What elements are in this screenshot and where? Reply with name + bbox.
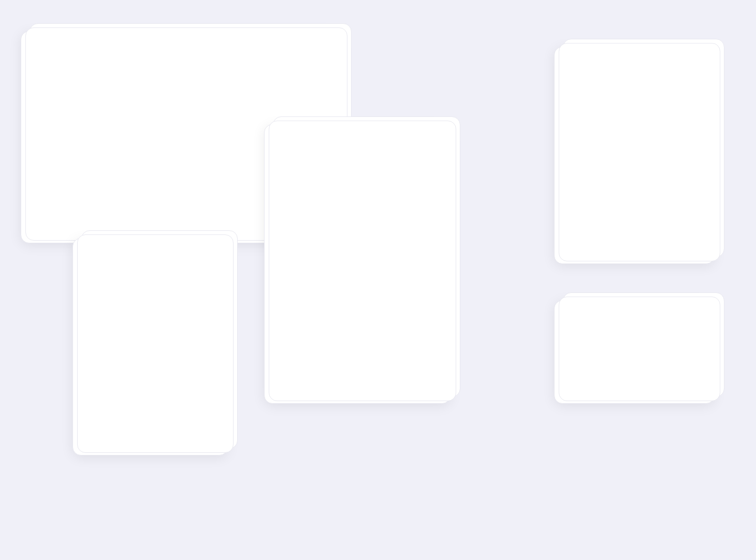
svg-point-7: [202, 154, 207, 158]
donut-label: €80.00: [381, 208, 414, 218]
tooltip-value: €480.00: [194, 134, 215, 140]
svg-point-11: [318, 178, 396, 255]
top-product-card: Top Product Based on sales 🕶️ Sunglasses…: [72, 238, 228, 455]
total-badge: 10% ↑: [63, 80, 80, 87]
cat-dot-bag: [277, 342, 281, 346]
target-message: Hooray you managed to earn €7,500 today,…: [567, 157, 702, 176]
donut-sub: 10% ↑ +150 today: [332, 219, 382, 227]
revenue-small-sub: 10% ↑ +€3,740 today: [565, 343, 704, 350]
product-info-4: Women's Shorts 1,472 Sales: [108, 396, 184, 410]
category-item-shoes: Shoes €2,653 8% ↑: [277, 321, 438, 336]
cat-value-shirt: €4,172: [400, 295, 421, 303]
revenue-small-value: €127,743: [565, 325, 704, 341]
revenue-small-card: Revenue €127,743 10% ↑ +€3,740 today: [554, 300, 715, 404]
cat-dot-shoes: [277, 327, 281, 331]
website-badge: 10% ↑: [134, 80, 151, 87]
top-categories-card: Top Categories Based on sales in the mon…: [264, 124, 450, 404]
tooltip-label: Website: [196, 127, 218, 133]
website-label: Website: [106, 70, 128, 78]
product-icon-2: 👗: [83, 336, 103, 356]
revenue-subtitle: Based on sources: [34, 56, 329, 63]
revenue-title: Revenue: [34, 44, 329, 55]
total-label: Total: [41, 70, 54, 78]
website-value: €1,600: [98, 78, 130, 90]
cat-value-dress: €3,850: [400, 310, 421, 318]
chart-tooltip: Website ↑ €480.00 +2%: [184, 123, 236, 144]
metric-offline: Offline Restaurant €800 5% ↓: [169, 70, 227, 90]
product-icon-4: 🩳: [83, 393, 103, 413]
cat-dot-glasses: [277, 282, 281, 286]
cat-name-dress: Dress: [285, 310, 303, 318]
category-list: Glasses €5,210 12% ↑ Shirt €4,172 5% ↑ D…: [277, 276, 438, 351]
category-item-glasses: Glasses €5,210 12% ↑: [277, 276, 438, 291]
list-item: 👕 T-shirt 2,210 Sales €756,678: [83, 304, 217, 332]
svg-point-13: [318, 178, 396, 255]
cat-dot-dress: [277, 312, 281, 316]
gauge-sub: 10% ↑ +150 today: [609, 144, 659, 151]
svg-point-9: [318, 178, 396, 255]
gauge-percent: 62.5%: [609, 127, 659, 144]
list-item: 👜 Handbag 1,098 Sales €437,123: [83, 418, 217, 446]
tooltip-badge: +2%: [218, 134, 229, 140]
target-footer-target: Target €100K ↑: [567, 191, 593, 208]
cat-name-shirt: Shirt: [285, 295, 299, 303]
cat-name-bag: Bag: [285, 340, 297, 348]
svg-rect-14: [680, 328, 689, 334]
categories-title: Top Categories: [277, 137, 438, 148]
metric-website: Website €1,600 10% ↑: [98, 70, 151, 90]
product-list: 🕶️ Sunglasses 2,400 Sales €817,152 👕 T-s…: [83, 275, 217, 446]
cat-value-glasses: €5,210: [397, 280, 417, 288]
product-icon-5: 👜: [83, 422, 103, 441]
cat-dot-shirt: [277, 297, 281, 301]
donut-svg: [306, 165, 409, 268]
product-title: Top Product: [83, 250, 217, 261]
y-axis: €1.2k€1k€800€600€400€2000: [34, 95, 46, 198]
product-icon-0: 🕶️: [83, 279, 103, 299]
svg-point-8: [318, 178, 396, 255]
website-dot: [98, 72, 103, 76]
cat-name-glasses: Glasses: [285, 280, 310, 288]
target-subtitle: Revenue target: [567, 71, 702, 79]
list-item: 🩳 Women's Shorts 1,472 Sales €452,215: [83, 389, 217, 418]
product-subtitle: Based on sales: [83, 262, 217, 269]
category-item-dress: Dress €3,850 4% ↓: [277, 306, 438, 321]
target-title: Target: [567, 60, 702, 70]
target-footer-revenue: Revenue €67K ↑: [624, 191, 647, 208]
cat-value-shoes: €2,653: [400, 325, 421, 333]
product-info-2: Dress 2,102 Sales: [108, 340, 184, 353]
list-item: 👗 Dress 2,102 Sales €617,475: [83, 332, 217, 361]
product-info-3: Shoes 1,848 Sales: [108, 368, 184, 382]
offline-badge: 5% ↓: [195, 80, 209, 87]
cat-value-bag: €2,473: [397, 340, 417, 348]
mini-chart-svg: [565, 359, 705, 390]
svg-point-10: [318, 178, 396, 255]
category-item-bag: Bag €2,473 15% ↓: [277, 336, 438, 351]
product-icon-3: 👟: [83, 365, 103, 385]
donut-value: €75,000: [332, 206, 382, 219]
list-item: 👟 Shoes 1,848 Sales €580,112: [83, 361, 217, 389]
gauge-chart: €6,650 62.5% 10% ↑ +150 today: [583, 89, 686, 151]
gauge-label: €6,650: [618, 93, 651, 102]
svg-point-12: [318, 178, 396, 255]
revenue-small-title: Revenue: [565, 311, 704, 322]
metric-total: Total 4,250 10% ↑: [34, 70, 80, 90]
list-item: 🕶️ Sunglasses 2,400 Sales €817,152: [83, 275, 217, 304]
offline-label: Offline Restaurant: [177, 70, 227, 78]
mini-chart: [565, 359, 704, 392]
product-info-1: T-shirt 2,210 Sales: [108, 311, 184, 325]
category-item-shirt: Shirt €4,172 5% ↑: [277, 291, 438, 306]
categories-subtitle: Based on sales in the month: [277, 149, 438, 156]
total-value: 4,250: [34, 78, 60, 90]
target-footer-today: Today €7.5K ↑: [677, 191, 702, 208]
donut-center: €75,000 10% ↑ +150 today: [332, 206, 382, 227]
target-footer: Target €100K ↑ Revenue €67K ↑ Today €7.5…: [567, 184, 702, 208]
product-icon-1: 👕: [83, 308, 103, 328]
offline-value: €800: [169, 78, 193, 90]
product-info-5: Handbag 1,098 Sales: [108, 425, 184, 439]
offline-dot: [169, 72, 173, 76]
gauge-center: 62.5% 10% ↑ +150 today: [609, 127, 659, 151]
gauge-svg: [583, 89, 707, 161]
cat-name-shoes: Shoes: [285, 325, 304, 333]
product-info-0: Sunglasses 2,400 Sales: [108, 283, 184, 297]
target-card: Target Revenue target €6,650 62.5% 10% ↑…: [554, 47, 715, 264]
